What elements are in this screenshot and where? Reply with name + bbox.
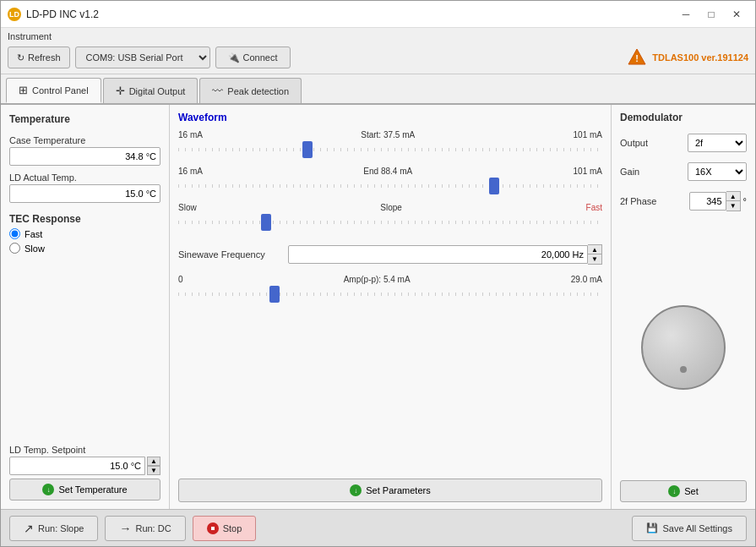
- end-max-label: 101 mA: [574, 167, 602, 176]
- connect-button[interactable]: 🔌 Connect: [215, 46, 291, 68]
- freq-input-wrap: ▲ ▼: [288, 244, 602, 265]
- ld-actual-input[interactable]: [9, 184, 160, 203]
- device-badge: ! TDLAS100 ver.191124: [627, 47, 748, 68]
- tec-fast-option[interactable]: Fast: [9, 228, 160, 239]
- window-title: LD-PD INC v1.2: [26, 8, 99, 20]
- phase-label: 2f Phase: [620, 196, 662, 206]
- end-slider-row: 16 mA End 88.4 mA 101 mA: [178, 167, 602, 194]
- setpoint-label: LD Temp. Setpoint: [9, 445, 160, 455]
- title-bar: LD LD-PD INC v1.2 ─ □ ✕: [1, 1, 755, 28]
- end-min-label: 16 mA: [178, 167, 203, 176]
- tec-slow-option[interactable]: Slow: [9, 243, 160, 254]
- freq-input[interactable]: [288, 245, 588, 264]
- digital-output-icon: ✛: [116, 85, 125, 97]
- start-min-label: 16 mA: [178, 130, 203, 139]
- case-temp-label: Case Temperature: [9, 135, 160, 145]
- tec-fast-radio[interactable]: [9, 228, 20, 239]
- freq-up-button[interactable]: ▲: [588, 245, 601, 254]
- amp-slider-container: [178, 286, 602, 303]
- maximize-button[interactable]: □: [699, 5, 723, 24]
- stop-button[interactable]: Stop: [193, 516, 257, 541]
- tec-slow-radio[interactable]: [9, 243, 20, 254]
- amp-min-label: 0: [178, 275, 183, 284]
- start-slider-row: 16 mA Start: 37.5 mA 101 mA: [178, 130, 602, 158]
- output-label: Output: [620, 138, 662, 148]
- output-row: Output 2f 1f 3f: [620, 134, 747, 152]
- start-slider-container: [178, 141, 602, 158]
- amp-slider-row: 0 Amp(p-p): 5.4 mA 29.0 mA: [178, 275, 602, 303]
- phase-input-wrap: ▲ ▼ °: [689, 191, 747, 211]
- phase-input[interactable]: [689, 192, 726, 211]
- start-center-label: Start: 37.5 mA: [361, 130, 415, 139]
- phase-knob[interactable]: [641, 305, 726, 390]
- stop-icon: [207, 522, 219, 534]
- setpoint-up-button[interactable]: ▲: [147, 457, 160, 466]
- center-panel: Waveform 16 mA Start: 37.5 mA 101 mA 16 …: [170, 105, 612, 509]
- title-bar-left: LD LD-PD INC v1.2: [8, 8, 99, 21]
- tab-control-panel[interactable]: ⊞ Control Panel: [6, 78, 101, 103]
- start-max-label: 101 mA: [574, 130, 602, 139]
- run-dc-button[interactable]: → Run: DC: [105, 516, 185, 541]
- output-select[interactable]: 2f 1f 3f: [688, 134, 747, 152]
- instrument-label: Instrument: [8, 31, 748, 41]
- tab-bar: ⊞ Control Panel ✛ Digital Output 〰 Peak …: [1, 74, 755, 105]
- toolbar: ↻ Refresh COM9: USB Serial Port 🔌 Connec…: [8, 45, 748, 72]
- slope-slider-labels: Slow Slope Fast: [178, 203, 602, 212]
- peak-detection-icon: 〰: [212, 85, 223, 97]
- start-slider-labels: 16 mA Start: 37.5 mA 101 mA: [178, 130, 602, 139]
- slope-slider[interactable]: [178, 221, 602, 224]
- slope-slider-container: [178, 214, 602, 231]
- setpoint-spinners: ▲ ▼: [147, 457, 160, 475]
- freq-down-button[interactable]: ▼: [588, 254, 601, 264]
- slope-min-label: Slow: [178, 203, 197, 212]
- setpoint-input-group: ▲ ▼: [9, 457, 160, 475]
- end-center-label: End 88.4 mA: [363, 167, 412, 176]
- port-select[interactable]: COM9: USB Serial Port: [75, 46, 210, 68]
- save-all-settings-button[interactable]: 💾 Save All Settings: [632, 516, 747, 541]
- phase-down-button[interactable]: ▼: [726, 201, 740, 211]
- set-button[interactable]: ↓ Set: [620, 480, 747, 502]
- warning-icon: !: [627, 47, 647, 68]
- amp-slider-labels: 0 Amp(p-p): 5.4 mA 29.0 mA: [178, 275, 602, 284]
- start-slider[interactable]: [178, 148, 602, 151]
- amp-slider[interactable]: [178, 293, 602, 296]
- refresh-button[interactable]: ↻ Refresh: [8, 46, 70, 68]
- save-icon: 💾: [646, 522, 658, 533]
- tab-peak-detection[interactable]: 〰 Peak detection: [199, 78, 302, 103]
- gain-label: Gain: [620, 167, 662, 177]
- phase-up-button[interactable]: ▲: [726, 192, 740, 201]
- close-button[interactable]: ✕: [725, 5, 748, 24]
- bottom-bar: ↗ Run: Slope → Run: DC Stop 💾 Save All S…: [1, 509, 755, 546]
- run-dc-icon: →: [119, 522, 131, 535]
- slope-center-label: Slope: [380, 203, 402, 212]
- phase-row: 2f Phase ▲ ▼ °: [620, 191, 747, 211]
- tec-title: TEC Response: [9, 213, 160, 225]
- set-temperature-button[interactable]: ↓ Set Temperature: [9, 479, 160, 501]
- ld-actual-label: LD Actual Temp.: [9, 172, 160, 183]
- tec-section: TEC Response Fast Slow: [9, 213, 160, 254]
- control-panel-icon: ⊞: [19, 84, 28, 96]
- amp-center-label: Amp(p-p): 5.4 mA: [344, 275, 411, 284]
- end-slider[interactable]: [178, 184, 602, 188]
- minimize-button[interactable]: ─: [674, 5, 698, 24]
- phase-spinners: ▲ ▼: [726, 191, 741, 211]
- tec-radio-group: Fast Slow: [9, 228, 160, 254]
- setpoint-input[interactable]: [9, 457, 145, 475]
- freq-spinners: ▲ ▼: [588, 244, 602, 265]
- freq-row: Sinewave Frequency ▲ ▼: [178, 244, 602, 265]
- app-icon: LD: [8, 8, 21, 21]
- end-slider-labels: 16 mA End 88.4 mA 101 mA: [178, 167, 602, 176]
- set-parameters-button[interactable]: ↓ Set Parameters: [178, 479, 602, 502]
- case-temp-input[interactable]: [9, 147, 160, 166]
- demod-title: Demodulator: [620, 112, 747, 123]
- slope-slider-row: Slow Slope Fast: [178, 203, 602, 231]
- case-temp-group: Case Temperature: [9, 135, 160, 166]
- slope-max-label: Fast: [586, 203, 602, 212]
- svg-rect-3: [211, 527, 215, 530]
- connect-icon: 🔌: [228, 52, 240, 63]
- tab-digital-output[interactable]: ✛ Digital Output: [103, 78, 199, 103]
- gain-select[interactable]: 1X 4X 16X 64X: [688, 162, 747, 181]
- setpoint-down-button[interactable]: ▼: [147, 466, 160, 475]
- knob-container: [620, 230, 747, 465]
- run-slope-button[interactable]: ↗ Run: Slope: [9, 516, 98, 541]
